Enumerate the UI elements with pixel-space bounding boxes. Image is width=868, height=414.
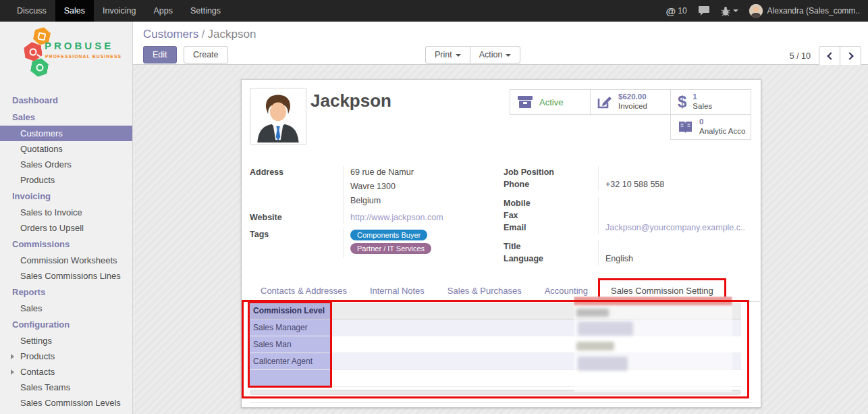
breadcrumb: CustomersJackpson bbox=[133, 22, 868, 41]
menu-settings[interactable]: Settings bbox=[182, 0, 229, 22]
mention-count: 10 bbox=[678, 6, 686, 16]
record-sheet: Jackpson Active bbox=[241, 79, 761, 408]
sidebar-item-products[interactable]: Products bbox=[0, 172, 132, 188]
sidebar-item-sales-orders[interactable]: Sales Orders bbox=[0, 157, 132, 172]
dollar-icon bbox=[678, 93, 686, 111]
sidebar-section-reports[interactable]: Reports bbox=[0, 284, 132, 301]
pager-previous-button[interactable] bbox=[819, 46, 840, 66]
analytic-accounts-stat-button[interactable]: 0 Analytic Acco... bbox=[670, 114, 751, 140]
menu-sales[interactable]: Sales bbox=[55, 0, 94, 22]
sidebar-item-quotations[interactable]: Quotations bbox=[0, 141, 132, 157]
mobile-label: Mobile bbox=[504, 197, 598, 209]
pager-next-button[interactable] bbox=[840, 46, 861, 66]
sidebar-item-customers[interactable]: Customers bbox=[0, 126, 132, 141]
language-value: English bbox=[598, 253, 752, 265]
sidebar-item-sales-to-invoice[interactable]: Sales to Invoice bbox=[0, 205, 132, 220]
job-position-label: Job Position bbox=[504, 166, 598, 178]
invoiced-label: Invoiced bbox=[618, 102, 647, 111]
logo-title: PROBUSE bbox=[45, 40, 113, 51]
sidebar-nav: Dashboard Sales Customers Quotations Sal… bbox=[0, 86, 132, 411]
sales-label: Sales bbox=[693, 102, 712, 111]
active-stat-button[interactable]: Active bbox=[510, 89, 591, 115]
invoiced-stat-button[interactable]: $620.00 Invoiced bbox=[590, 89, 671, 115]
sidebar-item-sales-commission-levels[interactable]: Sales Commission Levels bbox=[0, 395, 132, 411]
edit-button[interactable]: Edit bbox=[143, 46, 177, 63]
tags-value: Components Buyer Partner / IT Services bbox=[343, 228, 501, 258]
job-position-value bbox=[598, 166, 752, 178]
user-menu[interactable]: Alexandra (Sales_comm.. bbox=[749, 4, 860, 18]
app-window: Discuss Sales Invoicing Apps Settings 10 bbox=[0, 0, 868, 414]
title-label: Title bbox=[504, 240, 598, 253]
menu-discuss[interactable]: Discuss bbox=[8, 0, 55, 22]
chevron-right-icon bbox=[846, 52, 853, 59]
sidebar-item-sales-commissions-lines[interactable]: Sales Commissions Lines bbox=[0, 268, 132, 284]
mentions-counter[interactable]: 10 bbox=[666, 5, 687, 17]
tab-contacts-addresses[interactable]: Contacts & Addresses bbox=[249, 280, 358, 301]
commission-level-cell-empty bbox=[250, 370, 332, 386]
form-view-background: Jackpson Active bbox=[133, 65, 868, 414]
top-navbar: Discuss Sales Invoicing Apps Settings 10 bbox=[0, 0, 868, 22]
sidebar-section-sales[interactable]: Sales bbox=[0, 109, 132, 126]
chevron-down-icon bbox=[733, 9, 738, 12]
create-button[interactable]: Create bbox=[184, 46, 228, 63]
control-panel: CustomersJackpson Edit Create Print Acti… bbox=[133, 22, 868, 65]
sales-stat-button[interactable]: 1 Sales bbox=[670, 89, 751, 115]
invoiced-amount: $620.00 bbox=[618, 93, 647, 102]
sheet-divider bbox=[250, 402, 753, 403]
sidebar-item-orders-to-upsell[interactable]: Orders to Upsell bbox=[0, 220, 132, 236]
archive-box-icon bbox=[517, 96, 533, 109]
messages-icon[interactable] bbox=[698, 5, 710, 16]
menu-apps[interactable]: Apps bbox=[144, 0, 182, 22]
redacted-highlight bbox=[574, 296, 732, 305]
tab-internal-notes[interactable]: Internal Notes bbox=[358, 280, 436, 301]
sidebar-item-commission-worksheets[interactable]: Commission Worksheets bbox=[0, 253, 132, 268]
sidebar-item-config-products[interactable]: Products bbox=[0, 348, 132, 364]
website-link[interactable]: http://www.jackpson.com bbox=[350, 213, 443, 222]
email-label: Email bbox=[504, 222, 598, 234]
chevron-left-icon bbox=[827, 52, 834, 59]
title-value bbox=[598, 240, 752, 253]
logo-subtitle: PROFESSIONAL BUSINESS bbox=[45, 54, 121, 59]
menu-invoicing[interactable]: Invoicing bbox=[94, 0, 144, 22]
app-logo: PROBUSE PROFESSIONAL BUSINESS bbox=[0, 22, 132, 86]
customer-photo bbox=[250, 88, 306, 145]
tags-label: Tags bbox=[250, 228, 343, 258]
tab-sales-purchases[interactable]: Sales & Purchases bbox=[436, 280, 533, 301]
sidebar-item-config-settings[interactable]: Settings bbox=[0, 333, 132, 348]
sidebar-item-dashboard[interactable]: Dashboard bbox=[0, 92, 132, 109]
debug-menu[interactable] bbox=[721, 6, 738, 16]
active-status-label: Active bbox=[539, 97, 563, 107]
chevron-down-icon bbox=[506, 54, 511, 57]
tag-partner-it-services: Partner / IT Services bbox=[350, 243, 431, 254]
print-button[interactable]: Print bbox=[425, 46, 470, 63]
pager-counter: 5 / 10 bbox=[790, 51, 811, 61]
analytic-count: 0 bbox=[699, 118, 747, 127]
email-link[interactable]: Jackpson@yourcompany.example.c.. bbox=[605, 223, 745, 232]
expand-icon bbox=[11, 354, 14, 359]
sidebar-section-invoicing[interactable]: Invoicing bbox=[0, 188, 132, 205]
sidebar-item-reports-sales[interactable]: Sales bbox=[0, 301, 132, 316]
commission-level-cell: Sales Man bbox=[250, 336, 332, 353]
sidebar-item-config-contacts[interactable]: Contacts bbox=[0, 364, 132, 380]
field-group-right: Job Position Phone +32 10 588 558 Mobile… bbox=[504, 166, 752, 265]
action-button[interactable]: Action bbox=[470, 46, 521, 63]
commission-level-column-header[interactable]: Commission Level bbox=[250, 303, 332, 319]
tag-components-buyer: Components Buyer bbox=[350, 230, 427, 240]
at-icon bbox=[666, 5, 676, 17]
user-name: Alexandra (Sales_comm.. bbox=[767, 6, 860, 16]
phone-label: Phone bbox=[504, 178, 598, 191]
fax-value bbox=[598, 209, 752, 222]
sidebar-section-configuration[interactable]: Configuration bbox=[0, 316, 132, 333]
stat-buttons: Active $620.00 Invoiced bbox=[510, 89, 751, 140]
bug-icon bbox=[721, 6, 730, 16]
commission-level-cell: Callcenter Agent bbox=[250, 353, 332, 369]
analytic-label: Analytic Acco... bbox=[699, 127, 747, 136]
top-menu: Discuss Sales Invoicing Apps Settings bbox=[0, 0, 229, 22]
language-label: Language bbox=[504, 253, 598, 265]
sidebar-section-commissions[interactable]: Commissions bbox=[0, 236, 132, 253]
content-area: CustomersJackpson Edit Create Print Acti… bbox=[133, 22, 868, 414]
pager: 5 / 10 bbox=[790, 46, 861, 66]
breadcrumb-customers-link[interactable]: Customers bbox=[143, 28, 198, 41]
sidebar-item-sales-teams[interactable]: Sales Teams bbox=[0, 380, 132, 395]
book-icon bbox=[678, 121, 693, 134]
